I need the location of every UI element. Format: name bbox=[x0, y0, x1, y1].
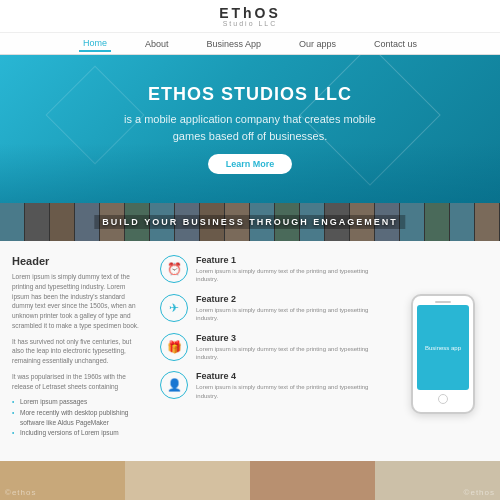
list-item: Lorem ipsum passages bbox=[12, 397, 142, 407]
nav-item-home[interactable]: Home bbox=[79, 36, 111, 52]
nav-bar: Home About Business App Our apps Contact… bbox=[0, 33, 500, 55]
feature-1-text: Feature 1 Lorem ipsum is simply dummy te… bbox=[196, 255, 390, 284]
feature-2-desc: Lorem ipsum is simply dummy text of the … bbox=[196, 306, 390, 323]
bottom-image-strip: ©ethos ©ethos bbox=[0, 461, 500, 500]
left-body-1: Lorem ipsum is simply dummy text of the … bbox=[12, 272, 142, 331]
logo: EThOS Studio LLC bbox=[219, 6, 281, 27]
feature-row-2: ✈ Feature 2 Lorem ipsum is simply dummy … bbox=[160, 294, 390, 323]
hero-title: ETHOS STUDIOS LLC bbox=[148, 84, 352, 105]
feature-row-1: ⏰ Feature 1 Lorem ipsum is simply dummy … bbox=[160, 255, 390, 284]
nav-item-business[interactable]: Business App bbox=[202, 37, 265, 51]
person-photo bbox=[425, 203, 450, 241]
feature-2-text: Feature 2 Lorem ipsum is simply dummy te… bbox=[196, 294, 390, 323]
content-section: Header Lorem ipsum is simply dummy text … bbox=[0, 241, 500, 461]
phone-home-button bbox=[438, 394, 448, 404]
phone-column: Business app bbox=[398, 255, 488, 453]
left-body-2: It has survived not only five centuries,… bbox=[12, 337, 142, 366]
phone-screen-label: Business app bbox=[425, 345, 461, 351]
feature-row-4: 👤 Feature 4 Lorem ipsum is simply dummy … bbox=[160, 371, 390, 400]
phone-mockup: Business app bbox=[411, 294, 475, 414]
people-strip: BUILD YOUR BUSINESS THROUGH ENGAGEMENT bbox=[0, 203, 500, 241]
learn-more-button[interactable]: Learn More bbox=[208, 154, 293, 174]
feature-4-title: Feature 4 bbox=[196, 371, 390, 381]
nav-item-contact[interactable]: Contact us bbox=[370, 37, 421, 51]
feature-1-title: Feature 1 bbox=[196, 255, 390, 265]
left-column: Header Lorem ipsum is simply dummy text … bbox=[12, 255, 152, 453]
feature-4-text: Feature 4 Lorem ipsum is simply dummy te… bbox=[196, 371, 390, 400]
person-photo bbox=[50, 203, 75, 241]
person-photo bbox=[475, 203, 500, 241]
feature-2-icon: ✈ bbox=[160, 294, 188, 322]
left-body-3: It was popularised in the 1960s with the… bbox=[12, 372, 142, 392]
phone-speaker bbox=[435, 301, 451, 303]
bottom-watermark-right: ©ethos bbox=[464, 488, 495, 497]
bottom-photo-3 bbox=[250, 461, 375, 500]
left-list: Lorem ipsum passages More recently with … bbox=[12, 397, 142, 439]
feature-3-title: Feature 3 bbox=[196, 333, 390, 343]
logo-sub: Studio LLC bbox=[223, 20, 278, 27]
person-photo bbox=[25, 203, 50, 241]
bottom-watermark-left: ©ethos bbox=[5, 488, 36, 497]
list-item: More recently with desktop publishing so… bbox=[12, 408, 142, 429]
engagement-text: BUILD YOUR BUSINESS THROUGH ENGAGEMENT bbox=[94, 215, 405, 229]
feature-row-3: 🎁 Feature 3 Lorem ipsum is simply dummy … bbox=[160, 333, 390, 362]
feature-2-title: Feature 2 bbox=[196, 294, 390, 304]
phone-screen: Business app bbox=[417, 305, 469, 390]
bottom-photo-2 bbox=[125, 461, 250, 500]
nav-item-apps[interactable]: Our apps bbox=[295, 37, 340, 51]
features-column: ⏰ Feature 1 Lorem ipsum is simply dummy … bbox=[152, 255, 398, 453]
feature-1-desc: Lorem ipsum is simply dummy text of the … bbox=[196, 267, 390, 284]
feature-4-desc: Lorem ipsum is simply dummy text of the … bbox=[196, 383, 390, 400]
hero-subtitle: is a mobile application company that cre… bbox=[120, 111, 380, 144]
nav-item-about[interactable]: About bbox=[141, 37, 173, 51]
feature-3-text: Feature 3 Lorem ipsum is simply dummy te… bbox=[196, 333, 390, 362]
top-bar: EThOS Studio LLC bbox=[0, 0, 500, 33]
person-photo bbox=[0, 203, 25, 241]
feature-1-icon: ⏰ bbox=[160, 255, 188, 283]
hero-section: ETHOS STUDIOS LLC is a mobile applicatio… bbox=[0, 55, 500, 203]
list-item: Including versions of Lorem ipsum bbox=[12, 428, 142, 438]
feature-3-desc: Lorem ipsum is simply dummy text of the … bbox=[196, 345, 390, 362]
logo-name: EThOS bbox=[219, 6, 281, 20]
feature-4-icon: 👤 bbox=[160, 371, 188, 399]
person-photo bbox=[450, 203, 475, 241]
left-header: Header bbox=[12, 255, 142, 267]
feature-3-icon: 🎁 bbox=[160, 333, 188, 361]
